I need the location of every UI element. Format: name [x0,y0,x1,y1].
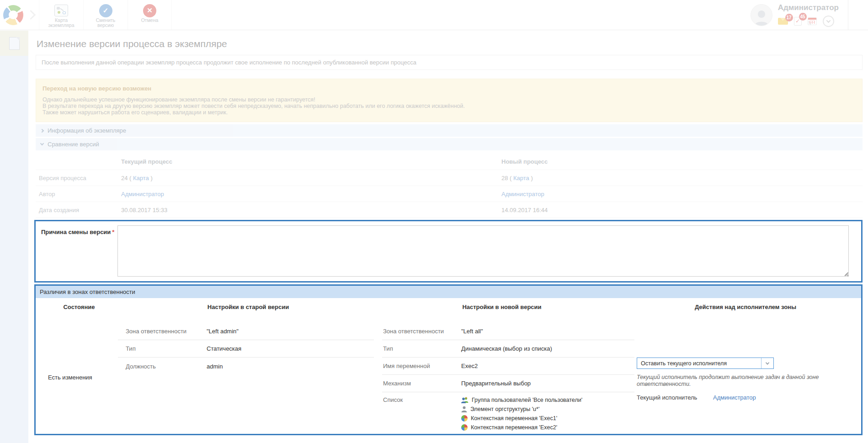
messages-badge: 17 [785,14,793,21]
new-settings-table: Зона ответственности "Left all" Тип Дина… [382,323,634,435]
column-current-process: Текущий процесс [121,158,501,165]
action-note: Текущий исполнитель продолжит выполнение… [637,374,843,388]
table-row: Имя переменной Exec2 [382,358,634,375]
reason-textarea[interactable] [117,225,849,277]
reason-panel: Причина смены версии* [34,220,863,283]
page-title: Изменение версии процесса в экземпляре [37,38,227,49]
row-label: Версия процесса [39,175,121,181]
state-value: Есть изменения [48,374,92,381]
value-text: 28 ( [501,175,513,181]
instance-map-icon [54,3,68,18]
messages-button[interactable]: 17 [778,18,788,25]
document-tab[interactable] [0,31,28,56]
row-value: Exec2 [461,363,634,369]
value-text: 24 ( [121,175,133,181]
warning-title: Переход на новую версию возможен [43,85,856,92]
change-version-button-label: Сменить версию [96,18,116,28]
map-link[interactable]: Карта [133,175,149,181]
row-value: Статическая [207,345,374,352]
toolbar: Карта экземпляра ✓ Сменить версию ✕ Отме… [0,0,868,30]
avatar[interactable] [751,4,772,26]
user-block: Администратор 17 ✓ 45 [751,0,868,30]
list-item: Контекстная переменная 'Exec1' [461,415,634,422]
tasks-button[interactable]: ✓ 45 [794,17,802,26]
table-row: Автор Администратор Администратор [36,186,863,202]
change-version-button[interactable]: ✓ Сменить версию [83,0,128,30]
calendar-icon [808,17,817,25]
elma-logo[interactable] [0,0,27,30]
column-new-settings: Настройки в новой версии [374,304,630,310]
list-item-text: Контекстная переменная 'Exec2' [471,424,557,431]
row-value: Предварительный выбор [461,380,634,387]
chevron-down-icon [826,18,831,23]
user-name[interactable]: Администратор [778,3,839,12]
old-settings-table: Зона ответственности "Left admin" Тип Ст… [118,323,374,375]
version-compare-table: Текущий процесс Новый процесс Версия про… [36,153,863,218]
row-label: Тип [118,345,207,352]
warning-line: В результате перехода на другую версию э… [43,103,856,109]
section-responsibility-diff[interactable]: Различия в зонах ответственности [36,286,861,298]
chevron-right-icon [40,128,44,132]
value-text: ) [529,175,533,181]
breadcrumb-chevron-icon [26,10,36,20]
table-row: Зона ответственности "Left admin" [118,323,374,340]
section-instance-info[interactable]: Информация об экземпляре [36,124,863,137]
user-menu-button[interactable] [823,16,834,27]
column-new-process: Новый процесс [501,158,863,165]
responsibility-diff-panel: Различия в зонах ответственности Состоян… [34,284,863,435]
table-row: Тип Статическая [118,340,374,358]
context-variable-icon [461,424,468,431]
context-variable-icon [461,415,468,422]
chevron-down-icon [40,142,44,145]
column-actions: Действия над исполнителем зоны [630,304,861,310]
section-instance-info-label: Информация об экземпляре [48,127,126,134]
cancel-button[interactable]: ✕ Отмена [128,0,172,30]
table-row: Список Группа пользователей 'Все пользов… [382,392,634,435]
row-value: "Left admin" [207,328,374,335]
select-dropdown-button[interactable] [761,358,773,368]
row-label: Зона ответственности [118,328,207,335]
row-label: Дата создания [39,207,121,213]
calendar-button[interactable] [808,17,817,25]
section-version-compare[interactable]: Сравнение версий [36,138,863,150]
row-value: "Left all" [461,328,634,335]
row-label: Тип [382,345,461,352]
list-item: Группа пользователей 'Все пользователи' [461,396,634,403]
row-label: Список [382,396,461,403]
app-window: Карта экземпляра ✓ Сменить версию ✕ Отме… [0,0,868,443]
row-value: admin [207,363,374,370]
table-row: Дата создания 30.08.2017 15:33 14.09.201… [36,202,863,218]
elma-logo-icon [3,5,23,25]
author-link[interactable]: Администратор [121,191,164,197]
table-row: Зона ответственности "Left all" [382,323,634,340]
created-date-current: 30.08.2017 15:33 [121,207,501,213]
executor-actions: Оставить текущего исполнителя Текущий ис… [637,358,862,401]
row-label: Механизм [382,380,461,387]
warning-panel: Переход на новую версию возможен Однако … [36,79,863,122]
document-icon [9,37,20,50]
table-row: Механизм Предварительный выбор [382,375,634,392]
instance-map-button[interactable]: Карта экземпляра [39,0,83,30]
executor-action-select[interactable]: Оставить текущего исполнителя [637,358,774,369]
tasks-badge: 45 [799,13,807,21]
map-link[interactable]: Карта [513,175,529,181]
reason-label-text: Причина смены версии [41,229,111,235]
table-row: Должность admin [118,358,374,375]
list-item-text: Элемент оргструктуры 'u*' [470,406,539,412]
user-icon [461,406,467,412]
list-item-text: Контекстная переменная 'Exec1' [471,415,557,422]
value-text: ) [149,175,153,181]
table-row: Тип Динамическая (выбор из списка) [382,340,634,358]
table-row: Версия процесса 24 ( Карта ) 28 ( Карта … [36,170,863,186]
clock-icon [808,21,811,25]
executor-list: Группа пользователей 'Все пользователи' … [461,396,634,431]
row-label: Должность [118,363,207,370]
row-label: Зона ответственности [382,328,461,335]
current-executor-link[interactable]: Администратор [713,394,756,401]
toolbar-separator [848,0,848,30]
author-link[interactable]: Администратор [501,191,544,197]
column-old-settings: Настройки в старой версии [122,304,374,310]
user-group-icon [461,397,469,403]
row-label: Автор [39,191,121,197]
reason-label: Причина смены версии* [41,229,114,235]
